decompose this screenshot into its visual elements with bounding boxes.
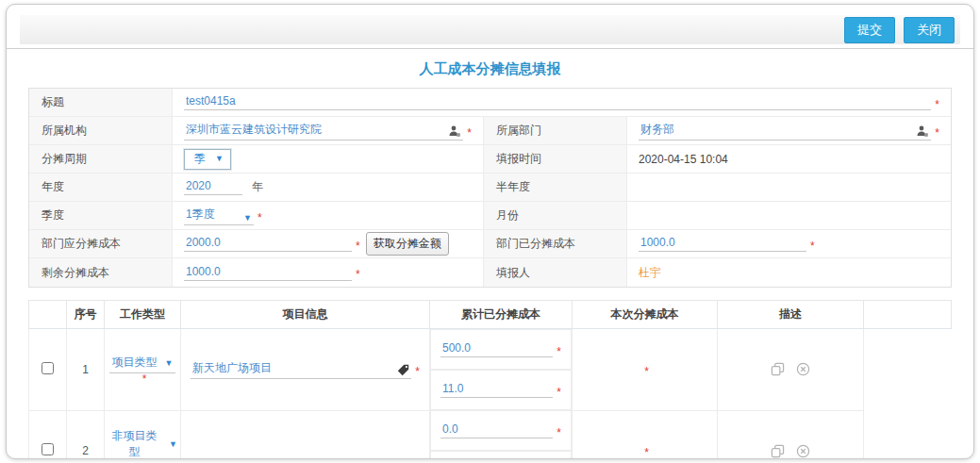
required-asterisk: * [935, 126, 939, 140]
half-year-cell [627, 174, 951, 202]
quarter-select[interactable]: 1季度 ▼ [184, 207, 254, 225]
remaining-cell: 1000.0 * [173, 258, 484, 287]
required-asterisk: * [415, 365, 420, 378]
dept-input[interactable]: 财务部 [639, 122, 931, 141]
col-header-project-info: 项目信息 [181, 301, 430, 329]
remaining-input[interactable]: 1000.0 [184, 265, 352, 281]
cumulative-cost-input[interactable]: 500.0 [440, 341, 553, 357]
required-asterisk: * [356, 268, 360, 281]
select-all-header [29, 301, 67, 329]
required-asterisk: * [113, 376, 176, 382]
project-info-empty-cell [181, 410, 430, 459]
row-number: 1 [67, 329, 105, 411]
title-field-cell: test0415a * [173, 89, 951, 117]
work-type-select[interactable]: 非项目类型 ▼ [105, 428, 180, 459]
fetch-allocation-button[interactable]: 获取分摊金额 [366, 232, 449, 256]
cumulative-cost-input[interactable]: 0.0 [440, 422, 553, 438]
main-form: 标题 test0415a * 所属机构 深圳市蓝云建筑设计研究院 * 所属部门 … [28, 88, 952, 288]
required-asterisk: * [556, 345, 561, 358]
row-checkbox[interactable] [42, 362, 54, 374]
required-asterisk: * [935, 98, 939, 111]
required-asterisk: * [592, 369, 701, 374]
dept-allocated-input[interactable]: 1000.0 [639, 236, 806, 252]
quarter-label: 季度 [29, 202, 173, 230]
filler-value: 杜宇 [639, 265, 661, 281]
cycle-label: 分摊周期 [29, 145, 173, 174]
year-field-cell: 2020 年 [173, 174, 484, 202]
title-input[interactable]: test0415a [184, 94, 931, 110]
dept-cost-cell: 2000.0 * 获取分摊金额 [173, 230, 484, 258]
submit-button[interactable]: 提交 [844, 17, 895, 43]
table-row: 1 项目类型 ▼ * 新天地广场项目 [29, 329, 952, 411]
current-cost-input[interactable]: 11.0 [440, 382, 553, 398]
fill-time-cell: 2020-04-15 10:04 [627, 145, 951, 174]
detail-grid: 序号 工作类型 项目信息 累计已分摊成本 本次分摊成本 描述 1 [28, 300, 952, 459]
required-asterisk: * [257, 211, 262, 224]
toolbar: 提交 关闭 [20, 15, 960, 44]
col-header-actions [864, 301, 952, 329]
copy-row-icon[interactable] [771, 362, 785, 376]
delete-row-icon[interactable] [796, 362, 810, 376]
col-header-current-cost: 本次分摊成本 [573, 301, 718, 329]
org-label: 所属机构 [29, 117, 173, 145]
col-header-work-type: 工作类型 [105, 301, 181, 329]
remaining-label: 剩余分摊成本 [29, 258, 173, 287]
required-asterisk: * [556, 386, 561, 399]
required-asterisk: * [810, 240, 815, 253]
delete-row-icon[interactable] [796, 444, 810, 458]
dept-allocated-label: 部门已分摊成本 [484, 230, 627, 258]
work-type-select[interactable]: 项目类型 ▼ [109, 355, 176, 373]
page-title: 人工成本分摊信息填报 [7, 60, 973, 78]
col-header-description: 描述 [718, 301, 864, 329]
half-year-label: 半年度 [484, 174, 627, 202]
grid-header-row: 序号 工作类型 项目信息 累计已分摊成本 本次分摊成本 描述 [29, 301, 952, 329]
required-asterisk: * [467, 126, 472, 140]
select-user-icon[interactable] [448, 125, 461, 138]
chevron-down-icon: ▼ [165, 358, 174, 368]
filler-cell: 杜宇 [627, 258, 951, 287]
dept-field-cell: 财务部 * [627, 117, 951, 145]
row-checkbox[interactable] [42, 443, 54, 455]
year-input[interactable]: 2020 [184, 179, 242, 195]
project-info-input[interactable]: 新天地广场项目 [191, 360, 411, 379]
chevron-down-icon: ▼ [243, 213, 252, 223]
year-label: 年度 [29, 174, 173, 202]
tag-icon[interactable] [397, 364, 409, 376]
cycle-select[interactable]: 季 ▼ [184, 149, 231, 170]
required-asterisk: * [592, 450, 701, 455]
copy-row-icon[interactable] [771, 444, 785, 458]
org-input[interactable]: 深圳市蓝云建筑设计研究院 [184, 122, 463, 141]
dept-cost-label: 部门应分摊成本 [29, 230, 173, 258]
table-row: 2 非项目类型 ▼ * 0.0 [29, 410, 952, 459]
filler-label: 填报人 [484, 258, 627, 287]
quarter-field-cell: 1季度 ▼ * [173, 202, 484, 230]
chevron-down-icon: ▼ [169, 439, 177, 449]
dept-cost-input[interactable]: 2000.0 [184, 236, 352, 252]
row-number: 2 [67, 410, 105, 459]
close-button[interactable]: 关闭 [904, 17, 955, 43]
required-asterisk: * [556, 426, 561, 439]
dept-label: 所属部门 [484, 117, 627, 145]
select-user-icon[interactable] [916, 125, 929, 138]
fill-time-value: 2020-04-15 10:04 [639, 153, 728, 166]
fill-time-label: 填报时间 [484, 145, 627, 174]
chevron-down-icon: ▼ [215, 154, 224, 163]
dept-allocated-cell: 1000.0 * [627, 230, 951, 258]
col-header-cumulative-cost: 累计已分摊成本 [430, 301, 573, 329]
org-field-cell: 深圳市蓝云建筑设计研究院 * [173, 117, 484, 145]
title-label: 标题 [29, 89, 173, 117]
col-header-no: 序号 [67, 301, 105, 329]
month-label: 月份 [484, 202, 627, 230]
form-window: 提交 关闭 人工成本分摊信息填报 标题 test0415a * 所属机构 深圳市… [6, 4, 974, 459]
toolbar-divider [7, 48, 973, 49]
cycle-field-cell: 季 ▼ [173, 145, 484, 174]
year-suffix: 年 [252, 179, 263, 195]
month-cell [627, 202, 951, 230]
required-asterisk: * [356, 240, 360, 253]
